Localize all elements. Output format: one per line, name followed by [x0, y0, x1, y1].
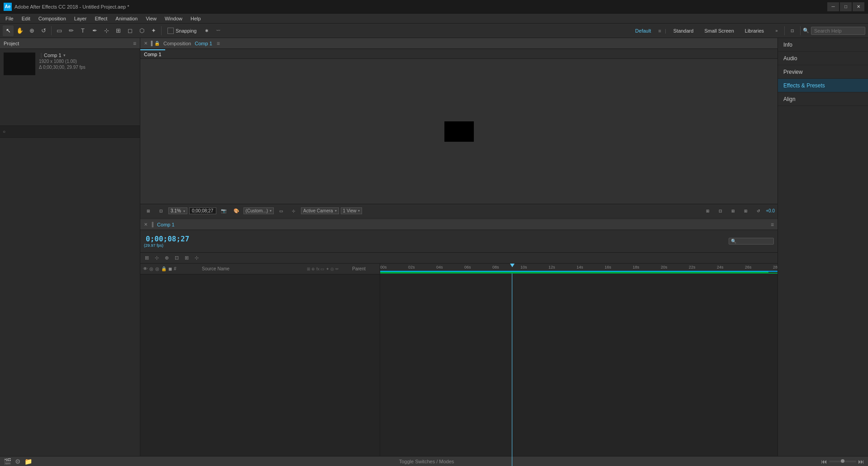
tl-3d-btn[interactable]: ⊹: [152, 254, 161, 263]
comp-dropdown-icon[interactable]: ▾: [63, 53, 66, 58]
comp-guides-btn[interactable]: ⊞: [702, 206, 713, 216]
comp-camera-dropdown[interactable]: Active Camera ▾: [301, 207, 339, 214]
hand-tool[interactable]: ✋: [14, 25, 25, 36]
bottom-folder[interactable]: 📁: [24, 458, 32, 465]
workspace-standard[interactable]: Standard: [670, 27, 697, 34]
menu-effect[interactable]: Effect: [91, 15, 111, 22]
separator-4: [800, 26, 801, 35]
rotate-tool[interactable]: ↺: [38, 25, 49, 36]
timeline-panel-menu[interactable]: ≡: [771, 221, 774, 228]
separator-1: [51, 26, 52, 35]
work-area-fill: [380, 272, 768, 273]
bottom-bar: 🎬 ⚙ 📁 Toggle Switches / Modes ⏮ ⏭: [0, 456, 868, 466]
comp-color-btn[interactable]: 🎨: [231, 206, 242, 216]
playhead-line: [512, 274, 512, 466]
comp-panel-menu[interactable]: ≡: [217, 40, 220, 47]
tl-parent-btn[interactable]: ⊞: [142, 254, 151, 263]
comp-name: Comp 1: [44, 53, 62, 58]
comp-snapshot-btn[interactable]: 📷: [218, 206, 229, 216]
title-bar: Ae Adobe After Effects CC 2018 - Untitle…: [0, 0, 868, 14]
tl-comment-btn[interactable]: ⊹: [192, 254, 201, 263]
rewind-btn[interactable]: ⏮: [821, 458, 827, 465]
tl-expression-btn[interactable]: ⊡: [172, 254, 181, 263]
menu-window[interactable]: Window: [161, 15, 186, 22]
project-comp-item[interactable]: ▐ Comp 1 ▾ 1920 x 1080 (1.00) Δ 0;00;30;…: [0, 49, 140, 79]
minimize-button[interactable]: ─: [827, 2, 839, 11]
comp-rulers-btn[interactable]: ⊞: [728, 206, 739, 216]
menu-file[interactable]: File: [2, 15, 17, 22]
playhead-marker: [510, 264, 515, 267]
comp-transparency-btn[interactable]: ⊹: [288, 206, 299, 216]
tl-parent-col-header: Parent: [341, 266, 377, 271]
menu-help[interactable]: Help: [187, 15, 205, 22]
comp-reset-btn[interactable]: ↺: [753, 206, 764, 216]
menu-composition[interactable]: Composition: [35, 15, 70, 22]
right-panel-align[interactable]: Align: [778, 92, 868, 106]
ruler-00s: 00s: [380, 265, 387, 269]
comp-props-btn[interactable]: ⊞: [740, 206, 751, 216]
always-preview-btn[interactable]: ⊞: [143, 206, 154, 216]
right-panel-effects[interactable]: Effects & Presets: [778, 79, 868, 92]
timeline-search-input[interactable]: [729, 238, 774, 245]
right-panel-audio[interactable]: Audio: [778, 52, 868, 65]
panel-options-btn[interactable]: ⊡: [787, 25, 798, 36]
brush-tool[interactable]: ✏: [66, 25, 76, 36]
roto-tool[interactable]: ⬡: [136, 25, 147, 36]
menu-animation[interactable]: Animation: [112, 15, 141, 22]
ff-btn[interactable]: ⏭: [858, 458, 864, 465]
project-panel-header: Project ≡: [0, 38, 140, 49]
puppet-tool[interactable]: ✦: [148, 25, 159, 36]
comp-region-btn[interactable]: ▭: [276, 206, 286, 216]
project-panel-menu[interactable]: ≡: [133, 40, 136, 47]
clone-tool[interactable]: ⊞: [113, 25, 124, 36]
workspace-default[interactable]: Default: [632, 27, 655, 34]
comp-panel-lock: ▐: [149, 41, 153, 46]
menu-view[interactable]: View: [142, 15, 160, 22]
timeline-timecode[interactable]: 0;00;08;27: [144, 235, 191, 243]
project-search-bar: ○: [0, 125, 140, 137]
source-name-header: Source Name: [202, 266, 229, 271]
comp-view-options[interactable]: ⊡: [156, 206, 167, 216]
right-panel-preview[interactable]: Preview: [778, 65, 868, 79]
ruler-26s: 26s: [745, 265, 752, 269]
workspace-small-screen[interactable]: Small Screen: [701, 27, 737, 34]
timeline-panel: ✕ ▐ Comp 1 ≡ 0;00;08;27 (29.97 fps) ⊞ ⊹ …: [140, 219, 777, 466]
rect-mask-tool[interactable]: ▭: [54, 25, 65, 36]
workspace-libraries[interactable]: Libraries: [741, 27, 768, 34]
pen-tool[interactable]: ✒: [89, 25, 100, 36]
close-button[interactable]: ✕: [853, 2, 864, 11]
playback-handle[interactable]: [841, 459, 844, 463]
workspace-menu-icon[interactable]: ≡: [658, 28, 661, 34]
timeline-ruler[interactable]: 00s 02s 04s 06s 08s 10s 12s 14s 16s 18s …: [380, 264, 777, 272]
bottom-toggle-switches[interactable]: Toggle Switches / Modes: [36, 459, 817, 464]
tl-link-btn[interactable]: ⊞: [182, 254, 191, 263]
timeline-panel-close[interactable]: ✕: [144, 222, 148, 227]
bottom-new-comp[interactable]: 🎬: [4, 458, 11, 465]
snapping-label: Snapping: [176, 28, 197, 34]
anchor-tool[interactable]: ⊹: [101, 25, 112, 36]
selection-tool[interactable]: ↖: [3, 25, 14, 36]
maximize-button[interactable]: □: [840, 2, 852, 11]
comp-panel-close[interactable]: ✕: [144, 41, 148, 46]
comp-tab-comp1[interactable]: Comp 1: [140, 49, 165, 58]
eraser-tool[interactable]: ◻: [124, 25, 135, 36]
bottom-settings[interactable]: ⚙: [15, 458, 21, 465]
comp-controls: ⊞ ⊡ 3.1% ▾ 0;00;08;27 📷 🎨 (Custom...) ▾ …: [140, 204, 777, 217]
zoom-tool[interactable]: ⊕: [26, 25, 37, 36]
smoother-tool[interactable]: 〰: [213, 25, 224, 36]
tl-motion-btn[interactable]: ⊕: [162, 254, 171, 263]
menu-layer[interactable]: Layer: [71, 15, 91, 22]
snapping-button[interactable]: Snapping: [164, 27, 200, 35]
comp-grid-btn[interactable]: ⊡: [715, 206, 726, 216]
comp-zoom-dropdown[interactable]: 3.1% ▾: [168, 207, 187, 214]
comp-view-count-dropdown[interactable]: 1 View ▾: [341, 207, 362, 214]
menu-edit[interactable]: Edit: [18, 15, 34, 22]
search-input[interactable]: [811, 27, 865, 35]
project-search-input[interactable]: [5, 129, 137, 135]
comp-timecode[interactable]: 0;00;08;27: [189, 207, 216, 214]
workspace-more[interactable]: »: [771, 25, 782, 36]
right-panel-info[interactable]: Info: [778, 38, 868, 52]
motion-sketch-tool[interactable]: ✱: [201, 25, 212, 36]
text-tool[interactable]: T: [77, 25, 88, 36]
comp-resolution-dropdown[interactable]: (Custom...) ▾: [243, 207, 274, 214]
